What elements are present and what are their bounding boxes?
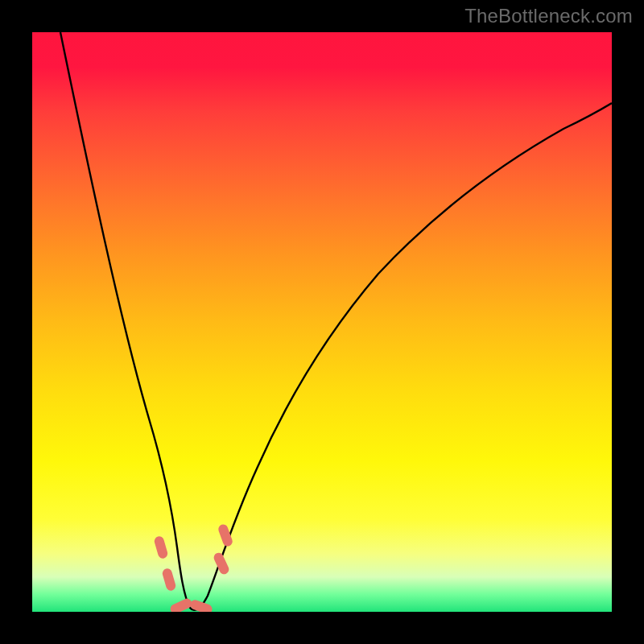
curve-marker [217,523,234,547]
watermark-text: TheBottleneck.com [464,5,633,27]
curve-marker [213,551,231,576]
main-curve [60,32,612,610]
chart-frame: TheBottleneck.com [0,0,644,644]
curve-marker [161,568,176,592]
curve-marker [169,597,193,612]
marker-group [153,523,233,612]
plot-area [32,32,612,612]
curve-svg [32,32,612,612]
curve-marker [153,535,168,559]
